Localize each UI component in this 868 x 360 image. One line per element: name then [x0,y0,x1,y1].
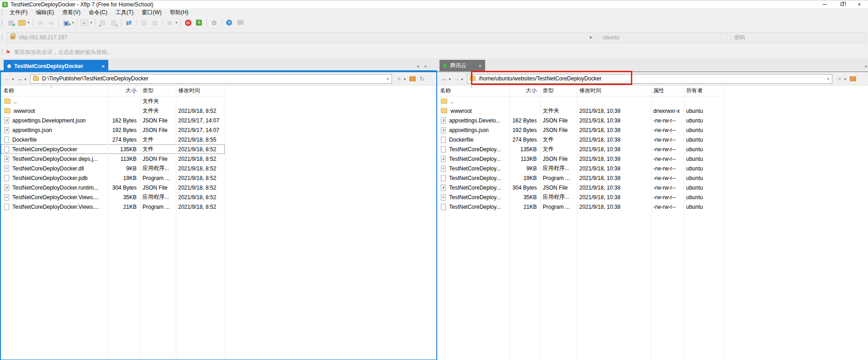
column-header-type[interactable]: 类型 [140,87,176,95]
password-field[interactable]: 密码 [730,32,867,43]
close-button[interactable]: × [851,0,868,8]
minimize-button[interactable] [816,0,833,8]
file-row[interactable]: TestNetCoreDeployDocker.pdb19KBProgram .… [1,173,225,183]
favorites-star-icon[interactable]: ★ [397,75,402,82]
menu-item[interactable]: 文件(F) [5,8,32,17]
menu-item[interactable]: 查看(V) [58,8,85,17]
file-row[interactable]: JTestNetCoreDeployDocker.deps.j...113KBJ… [1,154,225,164]
file-owner: ubuntu [684,185,724,191]
web-icon[interactable] [165,18,175,27]
column-header-owner[interactable]: 所有者 [684,87,724,95]
file-row[interactable]: ..文件夹 [1,96,225,106]
file-row[interactable]: TestNetCoreDeployDocker135KB文件2021/9/18,… [1,144,225,154]
file-row[interactable]: TestNetCoreDeployDocker.Views....21KBPro… [1,202,225,212]
forward-icon[interactable]: → [453,75,460,82]
close-icon[interactable]: × [476,63,482,69]
file-row[interactable]: TestNetCoreDeploy...19KBProgram ...2021/… [438,173,724,183]
session-properties-dropdown-icon[interactable]: ▼ [71,21,74,24]
feedback-icon[interactable] [235,18,245,27]
copy-icon[interactable] [139,18,149,27]
host-url-field[interactable]: sftp://81.68.217.197 ▼ [6,32,597,43]
xftp-icon[interactable] [194,18,204,27]
file-row[interactable]: ⚙TestNetCoreDeployDocker.dll9KB应用程序...20… [1,164,225,173]
column-header-date[interactable]: 修改时间 [176,87,225,95]
file-row[interactable]: Jappsettings.Develo...162 BytesJSON File… [438,116,724,125]
forward-history-dropdown-icon[interactable]: ▼ [24,78,27,81]
forward-history-dropdown-icon[interactable]: ▼ [460,78,464,81]
run-icon[interactable] [79,18,90,27]
file-owner: ubuntu [684,127,724,133]
file-row[interactable]: ⚙TestNetCoreDeploy...9KB应用程序...2021/9/18… [438,164,724,173]
tab-scroll-button[interactable]: ◂ [864,64,867,69]
username-field[interactable]: ubuntu [598,32,728,43]
chevron-down-icon[interactable]: ∨ [827,77,830,81]
close-icon[interactable]: × [99,64,105,69]
restore-button[interactable] [833,0,851,8]
column-header-type[interactable]: 类型 [540,87,577,95]
column-header-size[interactable]: 大小 [509,87,540,95]
menu-item[interactable]: 窗口(W) [138,8,165,17]
file-row[interactable]: TestNetCoreDeploy...21KBProgram ...2021/… [438,202,724,212]
file-row[interactable]: Dockerfile274 Bytes文件2021/9/18, 10:38-rw… [438,135,724,144]
file-row[interactable]: Dockerfile274 Bytes文件2021/9/18, 8:55 [1,135,225,144]
file-size: 304 Bytes [107,185,140,191]
web-dropdown-icon[interactable]: ▼ [175,21,178,24]
column-header-attr[interactable]: 属性 [651,87,684,95]
open-folder-dropdown-icon[interactable]: ▼ [27,21,30,24]
chevron-down-icon[interactable]: ▼ [589,36,593,40]
forward-icon[interactable]: → [16,75,23,82]
help-icon[interactable] [224,18,234,27]
menu-item[interactable]: 工具(T) [111,8,138,17]
file-row[interactable]: Jappsettings.json192 BytesJSON File2021/… [1,125,225,135]
sync-browsing-icon[interactable] [124,18,134,27]
menu-item[interactable]: 命令(C) [85,8,111,17]
column-header-date[interactable]: 修改时间 [577,87,651,95]
file-row[interactable]: Jappsettings.Development.json162 BytesJS… [1,116,225,125]
favorites-star-icon[interactable]: ★ [837,75,842,82]
favorites-dropdown-icon[interactable]: ▼ [844,78,847,81]
tab-scroll-buttons[interactable]: ◂ ▸ [417,64,429,69]
home-folder-icon[interactable] [409,76,416,81]
menu-item[interactable]: 编辑(E) [32,8,58,17]
paste-icon[interactable] [150,18,160,27]
file-row[interactable]: wwwroot文件夹2021/9/18, 10:38drwxrwxr-xubun… [438,106,724,116]
local-path-combobox[interactable]: D:\TinyPublisher\TestNetCoreDeployDocker… [30,74,392,84]
open-folder-icon[interactable] [17,18,27,27]
file-row[interactable]: ⚙TestNetCoreDeployDocker.Views....35KB应用… [1,192,225,202]
file-row[interactable]: ⚙TestNetCoreDeploy...35KB应用程序...2021/9/1… [438,192,724,202]
run-dropdown-icon[interactable]: ▼ [90,21,93,24]
column-header-name[interactable]: 名称 [438,87,509,95]
file-row[interactable]: wwwroot文件夹2021/9/18, 8:52 [1,106,225,116]
column-header-size[interactable]: 大小 [107,87,140,95]
favorites-dropdown-icon[interactable]: ▼ [403,78,407,81]
disconnect-all-icon[interactable] [46,18,56,27]
back-icon[interactable]: ← [441,75,447,82]
file-row[interactable]: JTestNetCoreDeploy...113KBJSON File2021/… [438,154,724,164]
session-properties-icon[interactable] [61,18,71,27]
file-row[interactable]: JTestNetCoreDeploy...304 BytesJSON File2… [438,183,724,192]
back-history-dropdown-icon[interactable]: ▼ [11,78,15,81]
file-size: 19KB [509,175,540,181]
disconnect-icon[interactable] [35,18,45,27]
transfer-right-icon[interactable] [109,18,119,27]
back-history-dropdown-icon[interactable]: ▼ [448,78,451,81]
file-name: appsettings.json [12,127,52,133]
new-session-icon[interactable] [6,18,16,27]
file-row[interactable]: JTestNetCoreDeployDocker.runtim...304 By… [1,183,225,192]
settings-icon[interactable] [209,18,219,27]
file-row[interactable]: .. [438,96,724,106]
column-header-name[interactable]: 名称 [1,87,107,95]
json-file-icon: J [441,156,446,162]
tab-local-session[interactable]: TestNetCoreDeployDocker × [4,60,108,72]
transfer-left-icon[interactable] [98,18,108,27]
xshell-icon[interactable] [183,18,193,27]
file-size: 9KB [107,165,140,172]
home-folder-icon[interactable] [850,76,856,81]
refresh-icon[interactable]: ↻ [419,75,424,82]
tab-remote-session[interactable]: 腾讯云 × [439,60,485,71]
back-icon[interactable]: ← [4,75,11,82]
chevron-down-icon[interactable]: ∨ [386,77,389,81]
menu-item[interactable]: 帮助(H) [166,8,193,17]
file-row[interactable]: Jappsettings.json192 BytesJSON File2021/… [438,125,724,135]
file-row[interactable]: TestNetCoreDeploy...135KB文件2021/9/18, 10… [438,144,724,154]
